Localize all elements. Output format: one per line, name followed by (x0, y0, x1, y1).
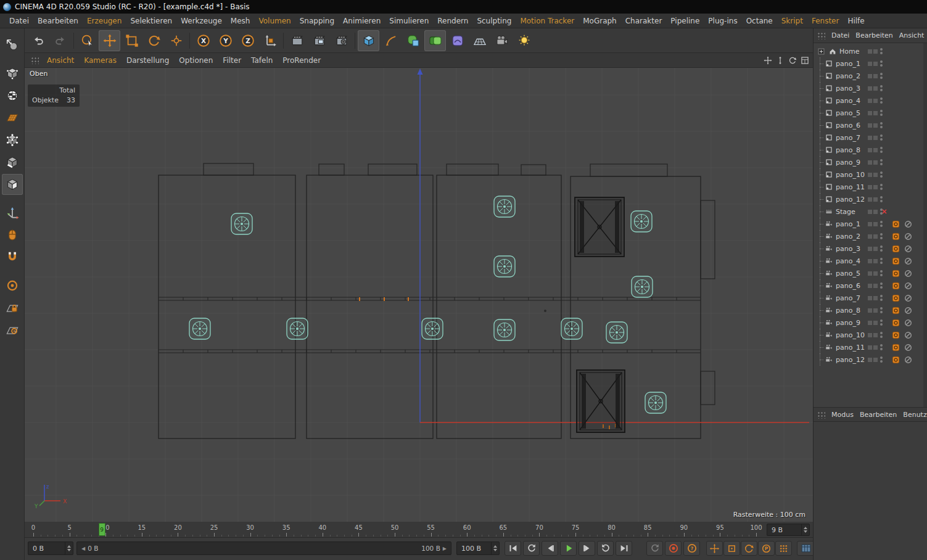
object-row[interactable]: pano_8 (814, 304, 927, 316)
menu-animieren[interactable]: Animieren (339, 17, 385, 25)
object-toggles[interactable] (868, 356, 883, 363)
visibility-dots[interactable] (880, 147, 883, 153)
viewport-menu-prorender[interactable]: ProRender (278, 56, 326, 65)
visibility-dots[interactable] (880, 159, 883, 165)
panel-handle-icon[interactable] (30, 56, 39, 64)
protection-tag-icon[interactable] (891, 331, 900, 339)
protection-tag-icon[interactable] (891, 306, 900, 315)
polygons-mode-button[interactable] (2, 174, 23, 195)
visibility-dots[interactable] (880, 319, 883, 326)
object-row[interactable]: pano_3 (814, 82, 927, 94)
viewport-menu-darstellung[interactable]: Darstellung (122, 56, 174, 65)
play-reverse-button[interactable] (523, 541, 540, 556)
range-right-handle[interactable]: ▶ (443, 546, 447, 551)
layer-toggle[interactable] (873, 284, 878, 288)
object-row[interactable]: pano_11 (814, 341, 927, 353)
protection-tag-icon[interactable] (891, 355, 900, 364)
layer-toggle[interactable] (868, 247, 872, 251)
prohibition-tag-icon[interactable] (904, 318, 912, 327)
protection-tag-icon[interactable] (891, 244, 900, 253)
layer-toggle[interactable] (873, 333, 878, 337)
menu-erzeugen[interactable]: Erzeugen (83, 17, 126, 25)
om-tab-bearbeiten[interactable]: Bearbeiten (852, 31, 896, 39)
layer-toggle[interactable] (868, 271, 872, 276)
object-row[interactable]: pano_2 (814, 230, 927, 242)
layer-toggle[interactable] (873, 160, 878, 165)
redo-button[interactable] (49, 30, 71, 51)
layer-toggle[interactable] (868, 173, 872, 177)
object-row[interactable]: pano_10 (814, 168, 927, 181)
goto-end-button[interactable] (616, 541, 632, 556)
render-settings-button[interactable] (331, 30, 352, 51)
visibility-dots[interactable] (880, 110, 883, 116)
object-toggles[interactable] (868, 295, 883, 301)
layer-toggle[interactable] (868, 259, 872, 263)
object-toggles[interactable] (868, 196, 883, 202)
record-keyframe-button[interactable] (665, 541, 682, 556)
viewport-menu-ansicht[interactable]: Ansicht (42, 56, 79, 65)
object-manager-tree[interactable]: Homepano_1pano_2pano_3pano_4pano_5pano_6… (814, 43, 927, 407)
am-tab-modus[interactable]: Modus (828, 411, 857, 419)
layer-toggle[interactable] (868, 222, 872, 226)
timeline-ruler[interactable]: 0510152025303540455055606570758085909510… (25, 522, 813, 538)
layer-toggle[interactable] (873, 185, 878, 189)
layer-toggle[interactable] (873, 222, 878, 226)
range-left-handle[interactable]: ◀ (81, 546, 85, 551)
add-light-button[interactable] (513, 30, 535, 51)
visibility-dots[interactable] (880, 196, 883, 202)
add-generator-button[interactable] (424, 30, 446, 51)
layer-toggle[interactable] (868, 333, 872, 337)
layer-toggle[interactable] (868, 49, 872, 54)
dolly-view-icon[interactable] (775, 55, 785, 65)
object-row[interactable]: pano_5 (814, 107, 927, 119)
object-row[interactable]: pano_12 (814, 353, 927, 366)
object-toggles[interactable] (868, 97, 883, 104)
autokeying-button[interactable]: ? (683, 541, 700, 556)
layer-toggle[interactable] (873, 296, 878, 300)
layer-toggle[interactable] (873, 345, 878, 350)
object-row[interactable]: pano_9 (814, 316, 927, 329)
add-spline-button[interactable] (380, 30, 402, 51)
object-toggles[interactable] (868, 48, 883, 54)
om-tab-datei[interactable]: Datei (828, 31, 852, 39)
layer-toggle[interactable] (873, 86, 878, 91)
object-toggles[interactable] (868, 184, 883, 190)
visibility-dots[interactable] (880, 122, 883, 128)
viewport-menu-tafeln[interactable]: Tafeln (246, 56, 278, 65)
make-editable-button[interactable] (2, 35, 23, 56)
layer-toggle[interactable] (868, 210, 872, 214)
prohibition-tag-icon[interactable] (904, 232, 912, 241)
object-row[interactable]: pano_6 (814, 119, 927, 131)
end-frame-field[interactable]: 100 B (456, 541, 500, 555)
points-mode-button[interactable] (2, 130, 23, 150)
last-used-tool[interactable] (165, 30, 187, 51)
visibility-dots[interactable] (880, 356, 883, 363)
layer-toggle[interactable] (873, 259, 878, 263)
visibility-dots[interactable] (880, 97, 883, 104)
toggle-view-icon[interactable] (799, 55, 810, 65)
scene-canvas[interactable]: zXY (25, 68, 813, 522)
visibility-dots[interactable] (880, 332, 883, 338)
layer-toggle[interactable] (868, 345, 872, 350)
current-frame-marker[interactable]: 9 (99, 523, 105, 536)
menu-plug-ins[interactable]: Plug-ins (704, 17, 741, 25)
object-toggles[interactable] (868, 134, 883, 141)
menu-selektieren[interactable]: Selektieren (126, 17, 176, 25)
object-toggles[interactable] (868, 344, 883, 350)
record-pla-button[interactable] (775, 541, 792, 556)
object-row[interactable]: pano_10 (814, 329, 927, 341)
protection-tag-icon[interactable] (891, 343, 900, 352)
panel-handle-icon[interactable] (817, 31, 825, 39)
layer-toggle[interactable] (873, 173, 878, 177)
layer-toggle[interactable] (873, 123, 878, 128)
visibility-dots[interactable] (880, 171, 883, 178)
object-toggles[interactable] (868, 73, 883, 79)
menu-werkzeuge[interactable]: Werkzeuge (176, 17, 226, 25)
object-row[interactable]: Stage (814, 205, 927, 218)
live-selection-tool[interactable] (76, 30, 98, 51)
add-cube-button[interactable] (358, 30, 379, 51)
menu-rendern[interactable]: Rendern (433, 17, 472, 25)
menu-volumen[interactable]: Volumen (254, 17, 295, 25)
layer-toggle[interactable] (873, 247, 878, 251)
layer-toggle[interactable] (873, 74, 878, 78)
